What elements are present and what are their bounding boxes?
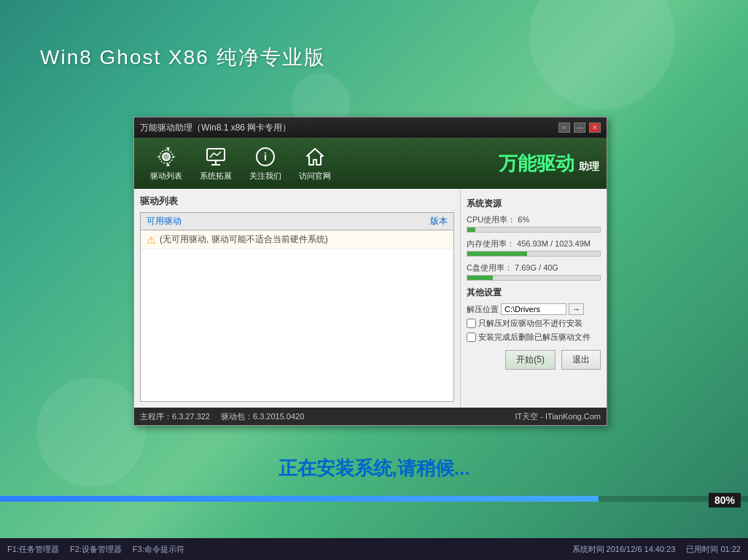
- cpu-bar-bg: [467, 227, 601, 233]
- status-left: 主程序：6.3.27.322 驱动包：6.3.2015.0420: [140, 411, 304, 422]
- taskbar: F1:任务管理器 F2:设备管理器 F3:命令提示符 系统时间 2016/12/…: [0, 538, 748, 560]
- svg-marker-8: [307, 149, 323, 165]
- cpu-label: CPU使用率： 6%: [467, 214, 601, 225]
- driver-package: 驱动包：6.3.2015.0420: [221, 411, 304, 422]
- checkbox2-row: 安装完成后删除已解压驱动文件: [467, 332, 601, 343]
- app-window: 万能驱动助理（Win8.1 x86 网卡专用） ≈ — ✕ 驱动列表: [133, 117, 607, 426]
- driver-row-empty: ⚠ (无可用驱动, 驱动可能不适合当前硬件系统): [141, 230, 453, 249]
- taskbar-task-manager[interactable]: F1:任务管理器: [7, 544, 59, 555]
- toolbar: 驱动列表 系统拓展 i 关注我们: [134, 138, 607, 189]
- progress-badge: 80%: [709, 493, 741, 508]
- other-settings: 其他设置 解压位置 → 只解压对应驱动但不进行安装 安装完成后删除已解压驱动文件…: [467, 287, 601, 370]
- decomp-row: 解压位置 →: [467, 303, 601, 315]
- toolbar-visit-site[interactable]: 访问官网: [290, 141, 340, 185]
- window-title: 万能驱动助理（Win8.1 x86 网卡专用）: [140, 122, 291, 134]
- toolbar-about-us[interactable]: i 关注我们: [241, 141, 290, 185]
- mem-resource: 内存使用率： 456.93M / 1023.49M: [467, 238, 601, 257]
- logo-main-text: 万能驱动: [499, 153, 574, 174]
- app-logo: 万能驱动 助理: [499, 151, 599, 176]
- checkbox1[interactable]: [467, 319, 476, 328]
- taskbar-datetime: 系统时间 2016/12/6 14:40:23: [572, 544, 676, 555]
- other-settings-title: 其他设置: [467, 287, 601, 299]
- driver-table: 可用驱动 版本 ⚠ (无可用驱动, 驱动可能不适合当前硬件系统): [140, 212, 454, 402]
- main-version: 主程序：6.3.27.322: [140, 411, 210, 422]
- checkbox1-row: 只解压对应驱动但不进行安装: [467, 318, 601, 329]
- installing-text: 正在安装系统,请稍候...: [278, 456, 470, 481]
- checkbox2[interactable]: [467, 332, 476, 342]
- decomp-input[interactable]: [501, 303, 566, 315]
- cpu-bar-fill: [467, 228, 475, 232]
- left-panel: 驱动列表 可用驱动 版本 ⚠ (无可用驱动, 驱动可能不适合当前硬件系统): [134, 189, 461, 408]
- disk-bar-bg: [467, 275, 601, 281]
- warning-icon: ⚠: [147, 234, 156, 246]
- exit-button[interactable]: 退出: [561, 350, 601, 370]
- status-bar: 主程序：6.3.27.322 驱动包：6.3.2015.0420 IT天空 - …: [134, 408, 607, 425]
- progress-container: [0, 496, 748, 502]
- toolbar-sys-expand-label: 系统拓展: [200, 171, 232, 182]
- checkbox1-label: 只解压对应驱动但不进行安装: [478, 318, 583, 329]
- col-name-header: 可用驱动: [147, 215, 389, 228]
- disk-resource: C盘使用率： 7.69G / 40G: [467, 262, 601, 281]
- disk-bar-fill: [467, 276, 493, 280]
- brand-label: IT天空 - ITianKong.Com: [515, 411, 601, 422]
- mem-label: 内存使用率： 456.93M / 1023.49M: [467, 238, 601, 249]
- toolbar-sys-expand[interactable]: 系统拓展: [191, 141, 241, 185]
- mem-bar-bg: [467, 251, 601, 257]
- mem-bar-fill: [467, 252, 527, 256]
- toolbar-about-label: 关注我们: [249, 171, 281, 182]
- minimize-button[interactable]: —: [574, 122, 585, 133]
- checkbox2-label: 安装完成后删除已解压驱动文件: [478, 332, 591, 343]
- taskbar-device-manager[interactable]: F2:设备管理器: [70, 544, 122, 555]
- info-icon: i: [254, 145, 277, 168]
- decomp-browse-button[interactable]: →: [569, 303, 584, 315]
- col-version-header: 版本: [389, 215, 448, 228]
- toolbar-visit-label: 访问官网: [299, 171, 331, 182]
- taskbar-cmd[interactable]: F3:命令提示符: [133, 544, 184, 555]
- driver-message: (无可用驱动, 驱动可能不适合当前硬件系统): [160, 233, 328, 246]
- decomp-label: 解压位置: [467, 304, 499, 315]
- taskbar-right: 系统时间 2016/12/6 14:40:23 已用时间 01:22: [572, 544, 741, 555]
- start-button[interactable]: 开始(5): [505, 350, 556, 370]
- taskbar-elapsed: 已用时间 01:22: [686, 544, 741, 555]
- desktop-title: Win8 Ghost X86 纯净专业版: [40, 44, 326, 71]
- svg-text:i: i: [264, 151, 267, 163]
- action-buttons: 开始(5) 退出: [467, 350, 601, 370]
- close-button[interactable]: ✕: [589, 122, 601, 133]
- driver-list-title: 驱动列表: [140, 195, 454, 208]
- window-titlebar: 万能驱动助理（Win8.1 x86 网卡专用） ≈ — ✕: [134, 117, 607, 138]
- cpu-resource: CPU使用率： 6%: [467, 214, 601, 233]
- wifi-icon: ≈: [558, 122, 570, 133]
- progress-bar: [0, 496, 599, 502]
- toolbar-driver-list[interactable]: 驱动列表: [141, 141, 191, 185]
- monitor-icon: [204, 145, 227, 168]
- content-area: 驱动列表 可用驱动 版本 ⚠ (无可用驱动, 驱动可能不适合当前硬件系统) 系统…: [134, 189, 607, 408]
- window-controls: ≈ — ✕: [558, 122, 601, 133]
- right-panel: 系统资源 CPU使用率： 6% 内存使用率： 456.93M / 1023.49…: [461, 189, 607, 408]
- gear-icon: [155, 145, 178, 168]
- driver-table-header: 可用驱动 版本: [141, 213, 453, 230]
- sys-resources-title: 系统资源: [467, 198, 601, 210]
- home-icon: [303, 145, 327, 168]
- taskbar-left: F1:任务管理器 F2:设备管理器 F3:命令提示符: [7, 544, 184, 555]
- logo-sub-text: 助理: [579, 160, 599, 172]
- toolbar-driver-list-label: 驱动列表: [150, 171, 182, 182]
- svg-point-2: [163, 153, 170, 160]
- disk-label: C盘使用率： 7.69G / 40G: [467, 262, 601, 273]
